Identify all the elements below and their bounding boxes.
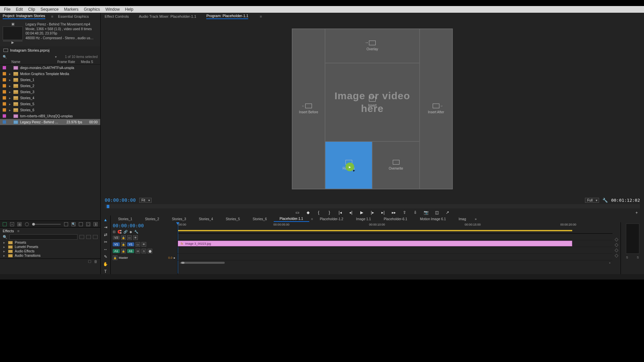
col-name[interactable]: Name — [3, 60, 57, 64]
mute-icon[interactable]: M — [136, 249, 140, 253]
timeline-zoom-scroll[interactable]: ◦◦ — [178, 260, 612, 265]
zoom-fit-select[interactable]: Fit — [139, 198, 152, 203]
dropzone-overwrite[interactable]: Overwrite — [373, 142, 419, 189]
more-tabs-icon[interactable]: » — [473, 217, 479, 221]
label-swatch[interactable] — [3, 96, 6, 100]
dropzone-overlay[interactable]: Overlay — [325, 29, 419, 63]
track-select-tool[interactable]: ⇥ — [103, 225, 108, 230]
effects-folder[interactable]: ▸Audio Effects — [0, 249, 100, 253]
freeform-view-icon[interactable]: ▦ — [17, 222, 21, 226]
go-to-in-button[interactable]: } — [327, 210, 332, 215]
panel-menu-icon[interactable]: ≡ — [311, 217, 313, 221]
sequence-tab[interactable]: Stories_3 — [166, 217, 192, 222]
fx-badge-icon[interactable]: fx — [181, 242, 183, 245]
timeline-timecode[interactable]: 00:00:00:00 — [111, 222, 177, 229]
keyframe-diamond-icon[interactable] — [614, 248, 618, 252]
hand-tool[interactable]: ✋ — [103, 262, 108, 266]
bin-row[interactable]: ▸Stories_1 — [0, 77, 100, 83]
label-swatch[interactable] — [3, 90, 6, 94]
mark-in-button[interactable]: ◆ — [305, 210, 311, 215]
track-lock-icon[interactable]: 🔒 — [113, 255, 117, 260]
bin-row[interactable]: ▸Stories_3 — [0, 89, 100, 95]
label-swatch[interactable] — [3, 120, 6, 124]
keyframe-diamond-icon[interactable] — [614, 243, 618, 247]
type-tool[interactable]: T — [103, 269, 108, 274]
bin-row[interactable]: ▸Stories_6 — [0, 107, 100, 113]
sequence-tab[interactable]: Stories_5 — [220, 217, 246, 222]
sequence-tab[interactable]: Stories_6 — [247, 217, 273, 222]
label-swatch[interactable] — [3, 114, 6, 118]
track-lock-icon[interactable]: 🔒 — [121, 235, 126, 240]
step-back-button[interactable]: |◂ — [337, 210, 343, 215]
track-lock-icon[interactable]: 🔒 — [121, 249, 126, 253]
track-lane-v2[interactable] — [178, 234, 612, 240]
filter-bin-icon[interactable]: ▾ — [54, 55, 58, 59]
program-monitor[interactable]: Overlay Insert Before Image or videohere… — [101, 20, 644, 197]
bin-row[interactable]: ▸Motion Graphics Template Media — [0, 71, 100, 77]
settings-icon[interactable]: 🔧 — [602, 198, 608, 203]
tab-essential-graphics[interactable]: Essential Graphics — [58, 14, 89, 18]
tab-effect-controls[interactable]: Effect Controls — [105, 14, 129, 18]
track-lock-icon[interactable]: 🔒 — [121, 242, 126, 247]
sequence-tab[interactable]: Stories_4 — [193, 217, 219, 222]
menu-graphics[interactable]: Graphics — [81, 7, 103, 12]
play-button[interactable]: ▶ — [359, 210, 364, 215]
lift-button[interactable]: ⇪ — [402, 210, 407, 215]
razor-tool[interactable]: ✂ — [103, 240, 108, 244]
pen-tool[interactable]: ✎ — [103, 254, 108, 259]
track-sync-icon[interactable]: ▭ — [127, 235, 132, 240]
slip-tool[interactable]: ↔ — [103, 247, 108, 252]
effects-search-input[interactable] — [9, 234, 77, 240]
fx-badge-32bit-icon[interactable] — [86, 235, 91, 239]
solo-label[interactable]: S — [626, 256, 628, 259]
export-frame-button[interactable]: 📷 — [423, 210, 429, 215]
bin-row[interactable]: ▸Stories_4 — [0, 95, 100, 101]
keyframe-diamond-icon[interactable] — [614, 254, 618, 257]
track-header-v1[interactable]: V1🔒V1▭👁 — [111, 241, 177, 248]
menu-file[interactable]: File — [1, 7, 13, 12]
track-sync-icon[interactable]: ▭ — [136, 242, 140, 247]
expand-icon[interactable]: ▸ — [174, 256, 175, 259]
icon-view-icon[interactable]: ≡ — [10, 222, 14, 226]
tab-project[interactable]: Project: Instagram Stories — [3, 14, 45, 19]
thumb-size-slider[interactable] — [32, 224, 61, 225]
bin-row[interactable]: ▸Stories_5 — [0, 101, 100, 107]
sequence-tab[interactable]: Placeholder-6.1 — [378, 217, 413, 222]
linked-selection-icon[interactable]: 🔗 — [123, 230, 127, 234]
comparison-view-button[interactable]: ◫ — [434, 210, 439, 215]
effects-folder[interactable]: ▸Audio Transitions — [0, 253, 100, 258]
track-output-icon[interactable]: 👁 — [142, 242, 146, 247]
tab-program-monitor[interactable]: Program: Placeholder-1.1 — [206, 14, 248, 19]
tab-effects[interactable]: Effects — [3, 229, 14, 233]
clip-thumbnail[interactable] — [3, 26, 23, 40]
track-output-icon[interactable]: 👁 — [133, 235, 138, 240]
add-marker-icon[interactable]: ◆ — [129, 230, 132, 234]
timeline-settings-icon[interactable]: 🔧 — [134, 230, 138, 234]
dropzone-insert-before[interactable]: Insert Before — [292, 29, 325, 189]
program-timecode[interactable]: 00:00:00:00 — [105, 197, 136, 203]
track-header-master[interactable]: 🔒Master0.0▸ — [111, 254, 177, 261]
fx-badge-accel-icon[interactable] — [79, 235, 84, 239]
menu-edit[interactable]: Edit — [13, 7, 25, 12]
track-lane-v1[interactable]: fxImage 3_00223.jpg — [178, 240, 612, 247]
work-area-bar[interactable] — [178, 230, 572, 231]
label-swatch[interactable] — [3, 66, 6, 69]
new-item-icon[interactable]: ▢ — [86, 222, 90, 226]
menu-clip[interactable]: Clip — [25, 7, 38, 12]
poster-frame-icon[interactable]: ▣ — [11, 22, 14, 26]
button-editor-icon[interactable]: ＋ — [634, 210, 639, 215]
bin-row[interactable]: tom-roberts-nlB9_UhzqQQ-unsplas — [0, 113, 100, 119]
tab-audio-mixer[interactable]: Audio Track Mixer: Placeholder-1.1 — [139, 14, 196, 18]
delete-preset-icon[interactable]: 🗑 — [94, 259, 98, 263]
sequence-tab[interactable]: Stories_2 — [139, 217, 165, 222]
sequence-tab[interactable]: Stories_1 — [112, 217, 138, 222]
dropzone-replace[interactable]: Replace ▸ — [325, 142, 372, 189]
record-icon[interactable]: ⬤ — [148, 249, 152, 253]
new-preset-bin-icon[interactable]: ▢ — [88, 259, 91, 263]
menu-window[interactable]: Window — [103, 7, 122, 12]
track-lane-master[interactable] — [178, 254, 612, 260]
time-ruler[interactable]: :00:00 00:00:05:00 00:00:10:00 00:00:15:… — [178, 222, 612, 234]
dropzone-insert[interactable]: Image or videohere Insert — [325, 63, 419, 141]
col-frame-rate[interactable]: Frame Rate — [57, 60, 81, 64]
bin-row[interactable]: diego-morales-OvAf7HfTFsA-unspla — [0, 65, 100, 71]
